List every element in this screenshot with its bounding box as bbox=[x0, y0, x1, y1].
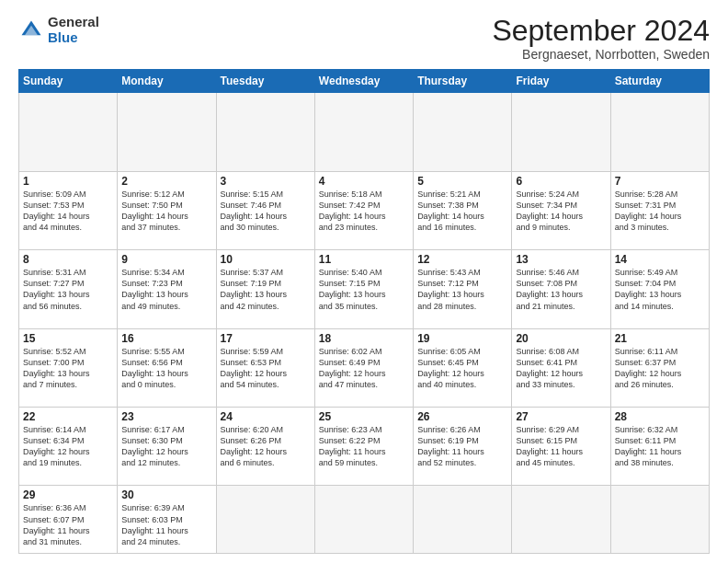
column-header-tuesday: Tuesday bbox=[216, 70, 314, 93]
column-header-thursday: Thursday bbox=[414, 70, 512, 93]
day-info: Sunrise: 6:20 AM Sunset: 6:26 PM Dayligh… bbox=[221, 424, 311, 469]
calendar-cell: 1Sunrise: 5:09 AM Sunset: 7:53 PM Daylig… bbox=[19, 171, 118, 249]
calendar-cell: 8Sunrise: 5:31 AM Sunset: 7:27 PM Daylig… bbox=[19, 250, 118, 328]
calendar-cell: 26Sunrise: 6:26 AM Sunset: 6:19 PM Dayli… bbox=[414, 408, 512, 486]
day-info: Sunrise: 6:32 AM Sunset: 6:11 PM Dayligh… bbox=[615, 424, 705, 469]
calendar-cell: 13Sunrise: 5:46 AM Sunset: 7:08 PM Dayli… bbox=[512, 250, 610, 328]
day-info: Sunrise: 5:28 AM Sunset: 7:31 PM Dayligh… bbox=[615, 189, 705, 234]
day-number: 28 bbox=[615, 410, 705, 423]
day-info: Sunrise: 5:49 AM Sunset: 7:04 PM Dayligh… bbox=[615, 267, 705, 312]
calendar-cell bbox=[512, 93, 610, 171]
calendar-cell bbox=[314, 93, 413, 171]
day-number: 27 bbox=[516, 410, 606, 423]
day-number: 21 bbox=[615, 332, 705, 345]
day-number: 18 bbox=[319, 332, 409, 345]
day-info: Sunrise: 5:43 AM Sunset: 7:12 PM Dayligh… bbox=[417, 267, 507, 312]
day-info: Sunrise: 5:55 AM Sunset: 6:56 PM Dayligh… bbox=[121, 346, 211, 391]
day-info: Sunrise: 5:21 AM Sunset: 7:38 PM Dayligh… bbox=[417, 189, 507, 234]
column-header-friday: Friday bbox=[512, 70, 610, 93]
day-number: 15 bbox=[23, 332, 113, 345]
day-number: 30 bbox=[121, 488, 211, 501]
calendar-cell bbox=[414, 93, 512, 171]
day-info: Sunrise: 5:40 AM Sunset: 7:15 PM Dayligh… bbox=[319, 267, 409, 312]
day-number: 16 bbox=[121, 332, 211, 345]
day-number: 6 bbox=[516, 175, 606, 188]
calendar-cell: 16Sunrise: 5:55 AM Sunset: 6:56 PM Dayli… bbox=[118, 328, 216, 407]
day-info: Sunrise: 5:34 AM Sunset: 7:23 PM Dayligh… bbox=[121, 267, 211, 312]
calendar-cell: 29Sunrise: 6:36 AM Sunset: 6:07 PM Dayli… bbox=[19, 486, 118, 554]
calendar-cell: 9Sunrise: 5:34 AM Sunset: 7:23 PM Daylig… bbox=[118, 250, 216, 328]
logo-icon bbox=[18, 17, 44, 43]
day-number: 11 bbox=[319, 253, 409, 266]
calendar-cell bbox=[314, 486, 413, 554]
calendar-cell: 2Sunrise: 5:12 AM Sunset: 7:50 PM Daylig… bbox=[118, 171, 216, 249]
calendar-cell: 25Sunrise: 6:23 AM Sunset: 6:22 PM Dayli… bbox=[314, 408, 413, 486]
calendar-cell: 22Sunrise: 6:14 AM Sunset: 6:34 PM Dayli… bbox=[19, 408, 118, 486]
day-number: 5 bbox=[417, 175, 507, 188]
column-header-monday: Monday bbox=[118, 70, 216, 93]
day-info: Sunrise: 5:31 AM Sunset: 7:27 PM Dayligh… bbox=[23, 267, 113, 312]
day-number: 12 bbox=[417, 253, 507, 266]
day-info: Sunrise: 5:46 AM Sunset: 7:08 PM Dayligh… bbox=[516, 267, 606, 312]
day-number: 23 bbox=[121, 410, 211, 423]
day-number: 24 bbox=[221, 410, 311, 423]
day-info: Sunrise: 5:59 AM Sunset: 6:53 PM Dayligh… bbox=[221, 346, 311, 391]
calendar-cell: 3Sunrise: 5:15 AM Sunset: 7:46 PM Daylig… bbox=[216, 171, 314, 249]
calendar-cell bbox=[19, 93, 118, 171]
calendar-week-row: 1Sunrise: 5:09 AM Sunset: 7:53 PM Daylig… bbox=[19, 171, 710, 249]
calendar-table: SundayMondayTuesdayWednesdayThursdayFrid… bbox=[18, 69, 710, 554]
day-number: 4 bbox=[319, 175, 409, 188]
day-number: 19 bbox=[417, 332, 507, 345]
day-info: Sunrise: 6:23 AM Sunset: 6:22 PM Dayligh… bbox=[319, 424, 409, 469]
day-info: Sunrise: 5:24 AM Sunset: 7:34 PM Dayligh… bbox=[516, 189, 606, 234]
main-title: September 2024 bbox=[492, 15, 710, 47]
calendar-cell: 17Sunrise: 5:59 AM Sunset: 6:53 PM Dayli… bbox=[216, 328, 314, 407]
day-info: Sunrise: 5:09 AM Sunset: 7:53 PM Dayligh… bbox=[23, 189, 113, 234]
calendar-cell: 12Sunrise: 5:43 AM Sunset: 7:12 PM Dayli… bbox=[414, 250, 512, 328]
day-info: Sunrise: 5:37 AM Sunset: 7:19 PM Dayligh… bbox=[221, 267, 311, 312]
calendar-cell: 15Sunrise: 5:52 AM Sunset: 7:00 PM Dayli… bbox=[19, 328, 118, 407]
day-number: 9 bbox=[121, 253, 211, 266]
day-info: Sunrise: 5:52 AM Sunset: 7:00 PM Dayligh… bbox=[23, 346, 113, 391]
day-number: 3 bbox=[221, 175, 311, 188]
day-number: 17 bbox=[221, 332, 311, 345]
calendar-cell bbox=[216, 486, 314, 554]
page: General Blue September 2024 Bergnaeset, … bbox=[0, 0, 728, 563]
day-info: Sunrise: 5:15 AM Sunset: 7:46 PM Dayligh… bbox=[221, 189, 311, 234]
logo-blue-text: Blue bbox=[48, 30, 99, 46]
calendar-cell bbox=[512, 486, 610, 554]
calendar-cell: 10Sunrise: 5:37 AM Sunset: 7:19 PM Dayli… bbox=[216, 250, 314, 328]
day-info: Sunrise: 6:02 AM Sunset: 6:49 PM Dayligh… bbox=[319, 346, 409, 391]
calendar-week-row: 15Sunrise: 5:52 AM Sunset: 7:00 PM Dayli… bbox=[19, 328, 710, 407]
day-number: 26 bbox=[417, 410, 507, 423]
calendar-cell: 23Sunrise: 6:17 AM Sunset: 6:30 PM Dayli… bbox=[118, 408, 216, 486]
subtitle: Bergnaeset, Norrbotten, Sweden bbox=[492, 47, 710, 62]
title-block: September 2024 Bergnaeset, Norrbotten, S… bbox=[492, 15, 710, 62]
day-number: 22 bbox=[23, 410, 113, 423]
header: General Blue September 2024 Bergnaeset, … bbox=[18, 15, 710, 62]
day-info: Sunrise: 6:36 AM Sunset: 6:07 PM Dayligh… bbox=[23, 502, 113, 547]
day-number: 20 bbox=[516, 332, 606, 345]
calendar-cell: 24Sunrise: 6:20 AM Sunset: 6:26 PM Dayli… bbox=[216, 408, 314, 486]
calendar-week-row: 29Sunrise: 6:36 AM Sunset: 6:07 PM Dayli… bbox=[19, 486, 710, 554]
calendar-cell: 27Sunrise: 6:29 AM Sunset: 6:15 PM Dayli… bbox=[512, 408, 610, 486]
day-number: 25 bbox=[319, 410, 409, 423]
day-number: 1 bbox=[23, 175, 113, 188]
calendar-cell: 19Sunrise: 6:05 AM Sunset: 6:45 PM Dayli… bbox=[414, 328, 512, 407]
day-info: Sunrise: 6:05 AM Sunset: 6:45 PM Dayligh… bbox=[417, 346, 507, 391]
day-info: Sunrise: 6:26 AM Sunset: 6:19 PM Dayligh… bbox=[417, 424, 507, 469]
calendar-cell: 11Sunrise: 5:40 AM Sunset: 7:15 PM Dayli… bbox=[314, 250, 413, 328]
day-info: Sunrise: 6:14 AM Sunset: 6:34 PM Dayligh… bbox=[23, 424, 113, 469]
day-number: 2 bbox=[121, 175, 211, 188]
calendar-cell: 4Sunrise: 5:18 AM Sunset: 7:42 PM Daylig… bbox=[314, 171, 413, 249]
column-header-sunday: Sunday bbox=[19, 70, 118, 93]
calendar-cell bbox=[216, 93, 314, 171]
day-number: 14 bbox=[615, 253, 705, 266]
calendar-cell: 14Sunrise: 5:49 AM Sunset: 7:04 PM Dayli… bbox=[610, 250, 709, 328]
calendar-week-row: 8Sunrise: 5:31 AM Sunset: 7:27 PM Daylig… bbox=[19, 250, 710, 328]
calendar-cell bbox=[118, 93, 216, 171]
day-info: Sunrise: 6:17 AM Sunset: 6:30 PM Dayligh… bbox=[121, 424, 211, 469]
day-info: Sunrise: 6:08 AM Sunset: 6:41 PM Dayligh… bbox=[516, 346, 606, 391]
calendar-cell: 28Sunrise: 6:32 AM Sunset: 6:11 PM Dayli… bbox=[610, 408, 709, 486]
day-info: Sunrise: 5:12 AM Sunset: 7:50 PM Dayligh… bbox=[121, 189, 211, 234]
